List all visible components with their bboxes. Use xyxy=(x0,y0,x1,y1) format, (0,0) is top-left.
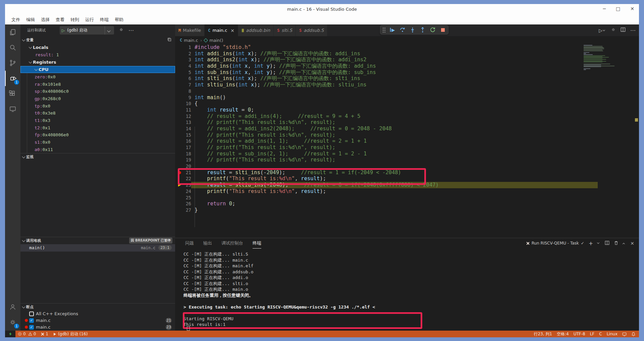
code-line[interactable]: 10{ xyxy=(175,100,639,107)
step-out-button[interactable] xyxy=(419,26,426,33)
breakpoint-gutter[interactable] xyxy=(175,82,184,88)
split-terminal-icon[interactable] xyxy=(605,240,609,247)
breakpoint-gutter[interactable] xyxy=(175,69,184,76)
code-line[interactable]: 17 // printf("This result is:%d\n", resu… xyxy=(175,144,639,151)
breakpoint-gutter[interactable] xyxy=(175,151,184,157)
cursor-position-status[interactable]: 行23, 列1 xyxy=(531,331,554,337)
menu-item[interactable]: 编辑 xyxy=(23,16,38,24)
code-line[interactable]: 13 // printf("This result is:%d\n", resu… xyxy=(175,119,639,126)
code-line[interactable]: 16 // result = add_ins(1, 1); //result =… xyxy=(175,138,639,144)
run-file-button[interactable]: ▷ xyxy=(599,28,606,33)
problems-status[interactable]: 0 0 xyxy=(15,331,38,337)
breakpoint-row[interactable]: ✓main.c21 xyxy=(20,317,175,324)
collapse-all-icon[interactable] xyxy=(167,38,172,43)
minimize-icon[interactable]: ─ xyxy=(603,6,606,11)
code-text[interactable]: // result = add_ins(1, 1); //result = 2 … xyxy=(195,138,367,144)
code-text[interactable]: #include "stdio.h" xyxy=(195,44,251,51)
code-text[interactable]: int sub_ins(int x, int y); //声明一下汇编语言中的函… xyxy=(195,69,376,76)
breakpoint-checkbox[interactable]: ✓ xyxy=(29,318,34,323)
breakpoint-gutter[interactable] xyxy=(175,107,184,113)
language-status[interactable]: C xyxy=(597,331,604,337)
code-text[interactable]: { xyxy=(195,100,198,107)
maximize-panel-icon[interactable] xyxy=(623,243,625,245)
code-line[interactable]: 27} xyxy=(175,207,639,213)
tab-addsub.S[interactable]: Saddsub.S xyxy=(296,24,327,36)
explorer-icon[interactable] xyxy=(5,24,20,40)
search-icon[interactable] xyxy=(5,40,20,55)
breakpoint-gutter[interactable] xyxy=(175,88,184,94)
os-status[interactable]: Linux xyxy=(604,331,620,337)
menu-item[interactable]: 帮助 xyxy=(112,16,126,24)
locals-node[interactable]: Locals xyxy=(20,44,175,51)
tab-addsub.bin[interactable]: ≣addsub.bin xyxy=(238,24,274,36)
indentation-status[interactable]: 空格:4 xyxy=(554,331,571,337)
menu-item[interactable]: 选择 xyxy=(38,16,53,24)
code-text[interactable]: int addi_ins2(int x); //声明一下汇编语言中的函数: ad… xyxy=(195,57,367,63)
code-text[interactable]: return 0; xyxy=(195,201,235,207)
code-text[interactable]: // printf("This result is:%d\n", result)… xyxy=(195,144,335,151)
breakpoint-gutter[interactable] xyxy=(175,94,184,101)
editor-more-actions-icon[interactable]: ⋯ xyxy=(630,27,636,33)
code-line[interactable]: 18 // result = sub_ins(2, 1); //result =… xyxy=(175,151,639,157)
breakpoint-gutter[interactable] xyxy=(175,126,184,132)
tab-main.c[interactable]: Cmain.c× xyxy=(205,24,238,36)
code-text[interactable]: // result = addi_ins2(2048); //result = … xyxy=(195,126,392,132)
terminal-task-item[interactable]: Run RISCV-QEMU - Task ✓ xyxy=(526,241,584,246)
breadcrumb-symbol[interactable]: main() xyxy=(209,38,223,43)
step-into-button[interactable] xyxy=(409,26,416,33)
panel-tab-终端[interactable]: 终端 xyxy=(253,238,261,249)
menu-item[interactable]: 运行 xyxy=(82,16,97,24)
step-over-button[interactable] xyxy=(399,26,406,33)
tab-close-icon[interactable]: × xyxy=(230,28,234,33)
settings-gear-icon[interactable]: 1 xyxy=(5,315,20,330)
code-line[interactable]: 6int slti_ins(int x); //声明一下汇编语言中的函数: sl… xyxy=(175,75,639,82)
eol-status[interactable]: LF xyxy=(588,331,597,337)
code-line[interactable]: 24 printf("This result is:%d\n", result)… xyxy=(175,188,639,195)
code-line[interactable]: 3int addi_ins2(int x); //声明一下汇编语言中的函数: a… xyxy=(175,57,639,63)
breakpoint-gutter[interactable] xyxy=(175,132,184,138)
remote-indicator[interactable] xyxy=(5,331,15,337)
kill-terminal-icon[interactable] xyxy=(614,240,619,247)
close-icon[interactable]: ✕ xyxy=(630,6,634,11)
tab-slti.S[interactable]: Sslti.S xyxy=(274,24,296,36)
menu-item[interactable]: 查看 xyxy=(53,16,67,24)
breadcrumb-file[interactable]: main.c xyxy=(184,38,198,43)
tab-Makefile[interactable]: MMakefile xyxy=(175,24,205,36)
register-row[interactable]: ra: 0x101e8 xyxy=(20,80,175,88)
code-text[interactable]: } xyxy=(195,207,198,213)
breakpoint-gutter[interactable] xyxy=(175,119,184,126)
breakpoint-row[interactable]: ✓main.c23 xyxy=(20,324,175,331)
menu-item[interactable]: 文件 xyxy=(8,16,23,24)
stop-button[interactable] xyxy=(439,26,446,33)
register-row[interactable]: zero: 0x0 xyxy=(20,73,175,80)
code-line[interactable]: 11 int result = 0; xyxy=(175,107,639,113)
code-text[interactable]: // printf("This result is:%d\n", result)… xyxy=(195,157,335,163)
screen-cast-icon[interactable] xyxy=(620,331,629,337)
breakpoint-checkbox[interactable] xyxy=(29,312,34,316)
register-row[interactable]: t2: 0x1 xyxy=(20,124,175,131)
continue-button[interactable]: ▶ xyxy=(389,26,396,33)
breakpoint-gutter[interactable] xyxy=(175,63,184,69)
code-text[interactable]: int addi_ins(int x); //声明一下汇编语言中的函数: add… xyxy=(195,51,360,57)
restart-button[interactable] xyxy=(429,26,436,33)
breakpoints-section-header[interactable]: 断点 xyxy=(20,303,175,311)
variables-section-header[interactable]: 变量 xyxy=(20,37,175,44)
code-text[interactable]: int result = 0; xyxy=(195,107,254,113)
code-text[interactable]: // printf("This result is:%d\n", result)… xyxy=(195,119,335,126)
register-row[interactable]: a0: 0x11 xyxy=(20,146,175,153)
register-row[interactable]: sp: 0x408006c0 xyxy=(20,88,175,95)
account-icon[interactable] xyxy=(5,299,20,315)
minimap[interactable] xyxy=(584,45,629,238)
breakpoint-checkbox[interactable]: ✓ xyxy=(29,325,34,330)
chevron-down-icon[interactable] xyxy=(105,26,112,35)
code-area[interactable]: 1#include "stdio.h"2int addi_ins(int x);… xyxy=(175,44,639,238)
run-and-debug-icon[interactable]: 1 xyxy=(5,71,20,86)
code-text[interactable]: // printf("This result is:%d\n", result)… xyxy=(195,132,335,138)
menu-item[interactable]: 转到 xyxy=(67,16,82,24)
code-line[interactable]: 15 // printf("This result is:%d\n", resu… xyxy=(175,132,639,138)
code-line[interactable]: 4int add_ins(int x, int y); //声明一下汇编语言中的… xyxy=(175,63,639,69)
breakpoint-gutter[interactable] xyxy=(175,138,184,144)
start-debug-icon[interactable]: ▷ xyxy=(62,28,65,33)
code-text[interactable]: printf("This result is:%d\n", result); xyxy=(195,188,326,195)
editor-gear-icon[interactable] xyxy=(611,27,616,33)
